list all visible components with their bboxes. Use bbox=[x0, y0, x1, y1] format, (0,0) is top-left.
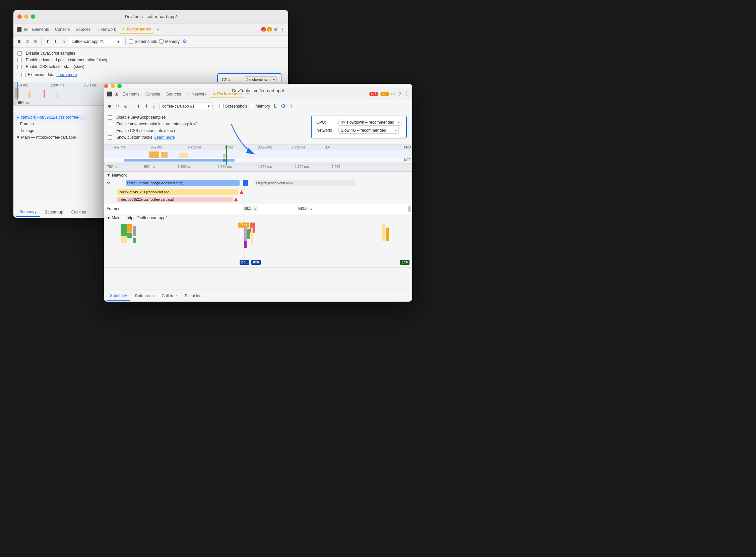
back-tab-performance[interactable]: ⚠ Performance bbox=[119, 26, 154, 33]
front-frames-section: Frames 88.1 ms 543.5 ms bbox=[104, 203, 412, 214]
back-target-label: coffee-cart.app #1 bbox=[72, 39, 104, 44]
front-clear-icon[interactable]: ⊘ bbox=[123, 103, 129, 109]
front-net-select[interactable]: Slow 4G – recommended bbox=[338, 127, 399, 134]
front-request-row-css: index-b859522e.css (coffee-cart.app) bbox=[104, 196, 412, 203]
front-cpu-activity-4 bbox=[223, 154, 225, 158]
front-bottom-tick-1592: 1,592 ms bbox=[258, 165, 272, 169]
back-disable-js-cb[interactable] bbox=[18, 51, 22, 56]
front-minimize-button[interactable] bbox=[111, 84, 115, 88]
front-screenshots-checkbox[interactable]: Screenshots bbox=[219, 104, 248, 109]
front-question-icon[interactable]: ? bbox=[397, 91, 403, 97]
devtools-cursor-icon[interactable]: ⬛ bbox=[16, 27, 22, 32]
front-more-icon[interactable]: ⋮ bbox=[403, 91, 410, 97]
front-task-yellow-1 bbox=[121, 236, 127, 243]
front-tab-console[interactable]: Console bbox=[143, 90, 163, 98]
front-screenshots-cb-box[interactable] bbox=[219, 104, 223, 108]
front-net-label: Network: bbox=[316, 128, 336, 133]
front-frames-scrollbar[interactable] bbox=[408, 205, 411, 212]
front-bottom-tab-bottomup[interactable]: Bottom-up bbox=[132, 292, 157, 300]
front-net-row: Network: Slow 4G – recommended bbox=[316, 127, 401, 134]
front-enable-css-cb[interactable] bbox=[108, 129, 112, 133]
back-upload-icon[interactable]: ⬆ bbox=[44, 38, 51, 45]
front-memory-checkbox[interactable]: Memory bbox=[250, 104, 270, 109]
front-tab-elements[interactable]: Elements bbox=[120, 90, 142, 98]
devtools-layers-icon[interactable]: ⊞ bbox=[23, 27, 29, 32]
front-tab-sources[interactable]: Sources bbox=[163, 90, 184, 98]
back-panel-item-frames[interactable]: Frames bbox=[13, 121, 87, 127]
back-download-icon[interactable]: ⬇ bbox=[53, 38, 59, 45]
back-home-icon[interactable]: ⌂ bbox=[61, 38, 67, 45]
back-learn-more-link[interactable]: Learn more bbox=[56, 72, 77, 77]
back-enable-css-cb[interactable] bbox=[18, 65, 22, 69]
front-network-warn-icon: ⚠ bbox=[187, 92, 190, 96]
back-memory-checkbox[interactable]: Memory bbox=[159, 39, 180, 44]
front-enable-paint-label: Enable advanced paint instrumentation (s… bbox=[116, 122, 198, 126]
back-tab-more[interactable]: » bbox=[154, 26, 161, 33]
front-help-icon[interactable]: ? bbox=[288, 103, 294, 109]
front-upload-icon[interactable]: ⬆ bbox=[135, 103, 141, 109]
front-cpu-select[interactable]: 4× slowdown – recommended bbox=[338, 119, 401, 126]
front-target-selector[interactable]: coffee-cart.app #1 ▾ bbox=[159, 102, 213, 110]
back-settings-icon[interactable]: ⚙ bbox=[182, 38, 188, 45]
back-gear-icon[interactable]: ⚙ bbox=[273, 27, 279, 32]
back-reload-icon[interactable]: ↺ bbox=[24, 38, 30, 45]
back-more-icon[interactable]: ⋮ bbox=[279, 27, 285, 32]
front-disable-js-label: Disable JavaScript samples bbox=[116, 115, 165, 120]
front-timeline-cpu-net: 492 ms 992 ms 1,492 ms 1,992 2,492 ms 2,… bbox=[104, 145, 412, 165]
back-record-icon[interactable]: ⏺ bbox=[16, 38, 22, 45]
back-tab-network[interactable]: ⚠ Network bbox=[94, 26, 119, 33]
back-enable-paint-cb[interactable] bbox=[18, 58, 22, 62]
back-screenshots-checkbox[interactable]: Screenshots bbox=[129, 39, 157, 44]
front-net-select-wrapper[interactable]: Slow 4G – recommended bbox=[338, 127, 399, 134]
front-maximize-button[interactable] bbox=[117, 84, 122, 88]
front-settings-icon[interactable]: ⚙ bbox=[280, 103, 286, 109]
front-learn-more-link[interactable]: Learn more bbox=[154, 135, 175, 140]
front-home-icon[interactable]: ⌂ bbox=[151, 103, 157, 109]
front-bottom-tab-summary[interactable]: Summary bbox=[107, 291, 130, 301]
front-cursor-icon[interactable]: ⬛ bbox=[107, 91, 113, 97]
front-fcp-badge: FCP bbox=[251, 260, 261, 265]
front-bottom-tab-eventlog[interactable]: Event log bbox=[181, 292, 205, 300]
front-gear-icon[interactable]: ⚙ bbox=[390, 91, 396, 97]
back-bottom-tab-bottomup[interactable]: Bottom-up bbox=[41, 208, 66, 216]
back-sep2 bbox=[125, 38, 126, 45]
front-disable-js-cb[interactable] bbox=[108, 115, 112, 120]
front-enable-paint-cb[interactable] bbox=[108, 122, 112, 126]
front-custom-tracks-cb[interactable] bbox=[108, 136, 112, 140]
front-close-button[interactable] bbox=[104, 84, 108, 88]
back-panel-item-network[interactable]: ► Network ‹-b859522e.css (coffee-... bbox=[13, 114, 87, 121]
back-enable-paint-label: Enable advanced paint instrumentation (s… bbox=[26, 58, 107, 62]
back-screenshots-cb-box[interactable] bbox=[129, 39, 133, 43]
front-reload-icon[interactable]: ↺ bbox=[115, 103, 121, 109]
back-close-button[interactable] bbox=[18, 14, 22, 19]
front-cpu-select-wrapper[interactable]: 4× slowdown – recommended bbox=[338, 119, 401, 126]
front-download-icon[interactable]: ⬇ bbox=[143, 103, 149, 109]
back-panel-item-timings[interactable]: Timings bbox=[13, 127, 87, 134]
back-maximize-button[interactable] bbox=[31, 14, 35, 19]
front-tick-1492: 1,492 ms bbox=[188, 145, 202, 149]
back-ext-cb[interactable] bbox=[22, 73, 26, 77]
back-panel-item-main[interactable]: ▼ Main — https://coffee-cart.app/ bbox=[13, 134, 87, 141]
back-tab-elements[interactable]: Elements bbox=[29, 26, 52, 33]
back-minimize-button[interactable] bbox=[24, 14, 29, 19]
back-bottom-tab-calltree[interactable]: Call tree bbox=[68, 208, 90, 216]
back-memory-cb-box[interactable] bbox=[159, 39, 163, 43]
front-throttle-box: CPU: 4× slowdown – recommended Network: … bbox=[311, 116, 407, 139]
front-layers-icon[interactable]: ⊞ bbox=[113, 91, 119, 97]
back-window-title: DevTools - coffee-cart.app/ bbox=[125, 14, 177, 19]
back-toolbar: ⏺ ↺ ⊘ ⬆ ⬇ ⌂ coffee-cart.app #1 ▾ Screens… bbox=[13, 35, 288, 48]
back-tab-console[interactable]: Console bbox=[52, 26, 72, 33]
front-tab-network[interactable]: ⚠ Network bbox=[184, 90, 209, 98]
front-network-throttle-icon[interactable]: ⇅ bbox=[272, 103, 278, 109]
front-record-icon[interactable]: ⏺ bbox=[107, 103, 113, 109]
back-tab-sources[interactable]: Sources bbox=[73, 26, 93, 33]
back-network-warn-icon: ⚠ bbox=[96, 27, 100, 31]
front-bottom-tabs: Summary Bottom-up Call tree Event log bbox=[104, 290, 412, 302]
front-main-label: ▼ Main — https://coffee-cart.app/ bbox=[104, 214, 412, 222]
back-target-selector[interactable]: coffee-cart.app #1 ▾ bbox=[69, 38, 122, 45]
front-bottom-tick-1192: 1,192 ms bbox=[178, 165, 191, 169]
front-bottom-tab-calltree[interactable]: Call tree bbox=[158, 292, 180, 300]
back-bottom-tab-summary[interactable]: Summary bbox=[16, 207, 40, 217]
back-clear-icon[interactable]: ⊘ bbox=[32, 38, 38, 45]
front-memory-cb-box[interactable] bbox=[250, 104, 254, 108]
